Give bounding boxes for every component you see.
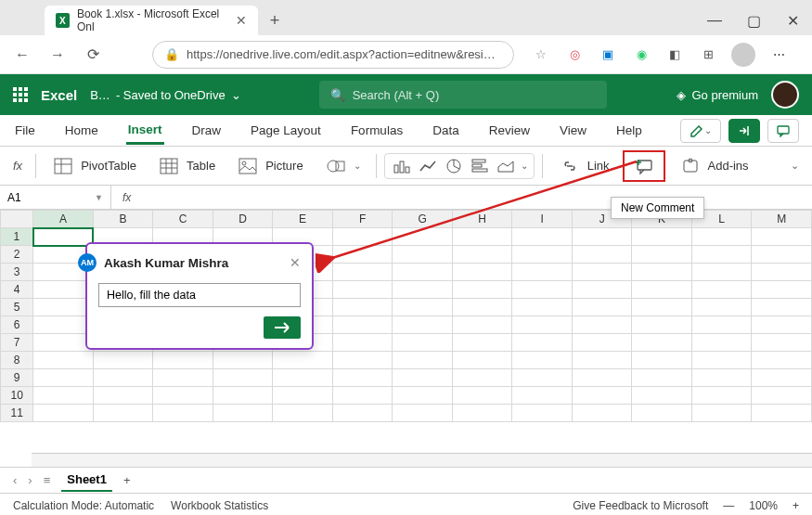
extension-icon-3[interactable]: ◉ [631,45,651,65]
cell[interactable] [572,334,632,352]
cell[interactable] [93,352,153,369]
comments-pane-button[interactable] [767,119,799,143]
document-title[interactable]: B… - Saved to OneDrive ⌄ [90,88,240,102]
cell[interactable] [752,228,812,246]
cell[interactable] [572,228,632,246]
close-icon[interactable]: ✕ [290,255,301,270]
cell[interactable] [691,264,752,281]
name-box[interactable]: A1 ▼ [0,186,111,209]
cell[interactable] [452,334,512,352]
cell[interactable] [33,316,94,334]
cell[interactable] [752,352,812,369]
tab-view[interactable]: View [558,118,588,143]
cell[interactable] [752,299,812,316]
tab-formulas[interactable]: Formulas [349,118,405,143]
user-avatar[interactable] [771,81,799,109]
row-header[interactable]: 5 [1,299,33,316]
more-icon[interactable]: ⋯ [768,45,789,65]
cell[interactable] [213,405,273,422]
row-header[interactable]: 6 [1,316,33,334]
minimize-button[interactable]: — [695,6,734,35]
sheet-all-button[interactable]: ≡ [44,473,51,487]
cell[interactable] [33,334,94,352]
column-chart-button[interactable] [391,157,413,175]
sheet-next-button[interactable]: › [28,473,32,487]
cell[interactable] [691,334,752,352]
cell[interactable] [332,334,393,352]
cell[interactable] [572,405,632,422]
cell[interactable] [512,369,573,387]
cell[interactable] [332,387,393,405]
zoom-in-button[interactable]: + [793,499,799,512]
cell[interactable] [512,334,573,352]
sheet-tab[interactable]: Sheet1 [61,469,112,492]
cell[interactable] [752,405,812,422]
cell[interactable] [632,299,692,316]
cell[interactable] [691,299,752,316]
cell[interactable] [632,334,692,352]
cell[interactable] [752,387,812,405]
cell[interactable] [572,246,632,264]
cell[interactable] [512,299,573,316]
cell[interactable] [213,352,273,369]
cell[interactable] [93,405,153,422]
select-all-corner[interactable] [1,211,33,228]
cell[interactable] [332,264,393,281]
cell[interactable] [33,387,94,405]
tab-draw[interactable]: Draw [190,118,224,143]
cell[interactable] [752,281,812,299]
column-header[interactable]: C [153,211,213,228]
cell[interactable] [33,405,94,422]
row-header[interactable]: 7 [1,334,33,352]
line-chart-button[interactable] [417,157,439,175]
cell[interactable] [452,352,512,369]
comment-text-input[interactable] [98,283,301,307]
cell[interactable] [393,405,453,422]
cell[interactable] [632,246,692,264]
editing-mode-button[interactable]: ⌄ [680,119,721,143]
row-header[interactable]: 4 [1,281,33,299]
cell[interactable] [632,316,692,334]
row-header[interactable]: 9 [1,369,33,387]
cell[interactable] [452,264,512,281]
cell[interactable] [572,369,632,387]
cell[interactable] [452,281,512,299]
cell[interactable] [33,352,94,369]
link-button[interactable]: Link [550,152,617,180]
cell[interactable] [512,281,573,299]
area-chart-button[interactable] [495,157,517,175]
go-premium-button[interactable]: ◈ Go premium [677,88,758,102]
picture-button[interactable]: Picture [228,152,310,180]
cell[interactable] [452,228,512,246]
maximize-button[interactable]: ▢ [734,6,773,35]
cell[interactable] [691,387,752,405]
search-input[interactable]: 🔍 Search (Alt + Q) [319,81,607,109]
pivot-table-button[interactable]: PivotTable [44,152,144,180]
extension-icon-1[interactable]: ◎ [564,45,585,65]
horizontal-scrollbar[interactable] [32,453,812,467]
cell[interactable] [572,281,632,299]
cell[interactable] [153,352,213,369]
cell[interactable] [512,352,573,369]
column-header[interactable]: H [452,211,512,228]
cell[interactable] [393,228,453,246]
cell[interactable] [332,352,393,369]
column-header[interactable]: D [213,211,273,228]
cell[interactable] [332,246,393,264]
cell[interactable] [273,405,333,422]
cell[interactable] [273,352,333,369]
cell[interactable] [33,369,94,387]
cell[interactable] [512,387,573,405]
cell[interactable] [691,228,752,246]
cell[interactable] [752,246,812,264]
cell[interactable] [632,264,692,281]
forward-button[interactable]: → [45,42,71,68]
cell[interactable] [512,316,573,334]
cell[interactable] [452,369,512,387]
cell[interactable] [273,387,333,405]
tab-file[interactable]: File [13,118,37,143]
browser-profile-icon[interactable] [731,43,755,67]
cell[interactable] [153,405,213,422]
cell[interactable] [33,299,94,316]
tab-data[interactable]: Data [431,118,461,143]
